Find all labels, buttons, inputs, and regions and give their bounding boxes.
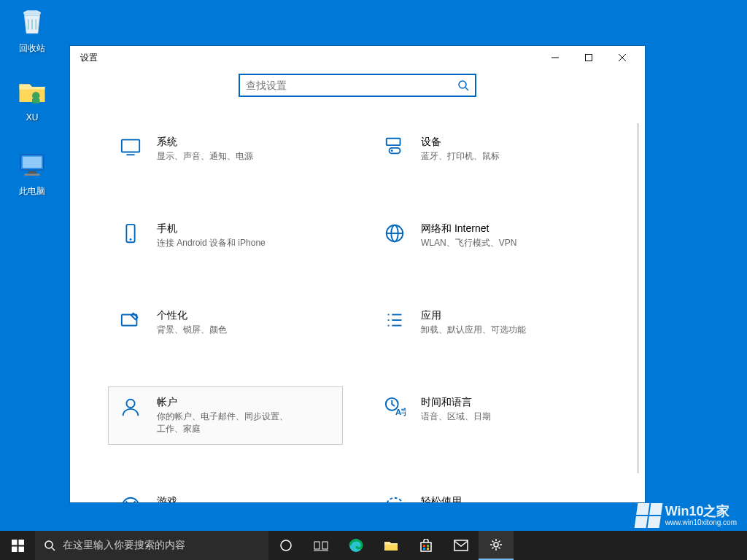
category-desc: 显示、声音、通知、电源 bbox=[157, 150, 253, 163]
category-desc: WLAN、飞行模式、VPN bbox=[421, 237, 516, 249]
category-personalization[interactable]: 个性化背景、锁屏、颜色 bbox=[108, 300, 343, 346]
svg-line-39 bbox=[52, 548, 55, 551]
taskbar: 在这里输入你要搜索的内容 bbox=[0, 531, 747, 560]
titlebar[interactable]: 设置 bbox=[70, 46, 645, 69]
desktop-icon-this-pc[interactable]: 此电脑 bbox=[4, 147, 60, 198]
category-title: 设备 bbox=[421, 136, 500, 149]
category-title: 应用 bbox=[421, 309, 526, 322]
system-tray bbox=[735, 531, 747, 560]
settings-categories: 系统显示、声音、通知、电源 设备蓝牙、打印机、鼠标 手机连接 Android 设… bbox=[70, 126, 645, 502]
phone-icon bbox=[119, 222, 142, 246]
category-desc: 背景、锁屏、颜色 bbox=[157, 324, 227, 336]
svg-rect-5 bbox=[25, 174, 40, 176]
category-title: 个性化 bbox=[157, 309, 227, 322]
time-language-icon: A字 bbox=[383, 396, 406, 419]
taskbar-edge[interactable] bbox=[338, 531, 374, 560]
category-phone[interactable]: 手机连接 Android 设备和 iPhone bbox=[108, 213, 343, 259]
watermark-title: Win10之家 bbox=[665, 505, 737, 519]
svg-point-40 bbox=[281, 540, 291, 551]
settings-search-input[interactable] bbox=[246, 79, 457, 91]
close-button[interactable] bbox=[605, 46, 639, 69]
personalization-icon bbox=[119, 309, 142, 332]
svg-rect-3 bbox=[23, 157, 42, 168]
svg-point-29 bbox=[126, 400, 134, 408]
svg-rect-15 bbox=[390, 148, 400, 154]
svg-rect-12 bbox=[122, 140, 139, 152]
category-accounts[interactable]: 帐户你的帐户、电子邮件、同步设置、工作、家庭 bbox=[108, 386, 343, 445]
svg-rect-41 bbox=[314, 542, 320, 549]
network-icon bbox=[383, 222, 406, 246]
maximize-button[interactable] bbox=[572, 46, 605, 69]
svg-rect-37 bbox=[18, 546, 23, 551]
taskbar-settings[interactable] bbox=[479, 531, 514, 560]
category-ease-of-access[interactable]: 轻松使用讲述人、放大镜、高对比度 bbox=[372, 486, 607, 502]
scrollbar[interactable] bbox=[637, 123, 639, 473]
accounts-icon bbox=[119, 396, 142, 419]
taskbar-search[interactable]: 在这里输入你要搜索的内容 bbox=[35, 531, 268, 560]
svg-rect-36 bbox=[12, 546, 17, 551]
watermark: Win10之家 www.win10xitong.com bbox=[636, 503, 737, 528]
svg-rect-46 bbox=[423, 545, 425, 547]
start-button[interactable] bbox=[0, 531, 35, 560]
taskbar-file-explorer[interactable] bbox=[374, 531, 409, 560]
svg-rect-4 bbox=[28, 171, 36, 174]
desktop-icon-label: 此电脑 bbox=[19, 185, 45, 198]
desktop-icon-recycle-bin[interactable]: 回收站 bbox=[4, 4, 60, 55]
taskbar-task-view[interactable] bbox=[303, 531, 338, 560]
svg-point-51 bbox=[494, 542, 498, 547]
svg-rect-49 bbox=[427, 548, 429, 550]
category-network[interactable]: 网络和 InternetWLAN、飞行模式、VPN bbox=[372, 213, 607, 259]
svg-point-16 bbox=[391, 149, 393, 152]
category-title: 游戏 bbox=[157, 495, 279, 502]
search-icon bbox=[457, 79, 469, 91]
svg-rect-47 bbox=[427, 545, 429, 547]
desktop-icon-label: XU bbox=[26, 112, 39, 122]
tray-chevron[interactable] bbox=[735, 531, 747, 560]
search-icon bbox=[44, 540, 55, 551]
apps-icon bbox=[383, 309, 406, 332]
settings-search[interactable] bbox=[239, 74, 476, 97]
minimize-button[interactable] bbox=[538, 46, 572, 69]
recycle-bin-icon bbox=[15, 4, 50, 39]
category-gaming[interactable]: 游戏游戏栏、截屏、直播、游戏模式 bbox=[108, 486, 343, 502]
svg-rect-22 bbox=[122, 315, 137, 326]
desktop-icon-folder-xu[interactable]: XU bbox=[4, 74, 60, 122]
category-desc: 蓝牙、打印机、鼠标 bbox=[421, 150, 500, 163]
taskbar-cortana[interactable] bbox=[268, 531, 303, 560]
windows-logo-icon bbox=[634, 503, 662, 528]
svg-rect-42 bbox=[322, 542, 328, 549]
ease-of-access-icon bbox=[383, 495, 406, 502]
category-title: 帐户 bbox=[157, 396, 288, 409]
category-devices[interactable]: 设备蓝牙、打印机、鼠标 bbox=[372, 126, 607, 172]
svg-rect-1 bbox=[32, 98, 40, 104]
category-title: 网络和 Internet bbox=[421, 222, 516, 236]
svg-line-11 bbox=[465, 88, 468, 90]
category-title: 时间和语言 bbox=[421, 396, 491, 409]
devices-icon bbox=[383, 136, 406, 159]
svg-point-10 bbox=[459, 81, 466, 88]
svg-rect-34 bbox=[12, 540, 17, 545]
svg-rect-14 bbox=[387, 139, 400, 145]
taskbar-mail[interactable] bbox=[444, 531, 479, 560]
category-system[interactable]: 系统显示、声音、通知、电源 bbox=[108, 126, 343, 172]
category-desc: 你的帐户、电子邮件、同步设置、工作、家庭 bbox=[157, 411, 288, 435]
svg-rect-45 bbox=[421, 542, 431, 551]
svg-rect-35 bbox=[18, 540, 23, 545]
taskbar-store[interactable] bbox=[409, 531, 444, 560]
category-title: 轻松使用 bbox=[421, 495, 526, 502]
svg-point-33 bbox=[387, 498, 403, 502]
svg-rect-48 bbox=[423, 548, 425, 550]
desktop: 回收站 XU 此电脑 设置 bbox=[0, 0, 747, 560]
this-pc-icon bbox=[15, 147, 50, 182]
category-apps[interactable]: 应用卸载、默认应用、可选功能 bbox=[372, 300, 607, 346]
category-desc: 卸载、默认应用、可选功能 bbox=[421, 324, 526, 336]
watermark-url: www.win10xitong.com bbox=[665, 518, 737, 526]
svg-point-38 bbox=[45, 541, 53, 548]
folder-icon bbox=[15, 74, 50, 109]
category-time-language[interactable]: A字 时间和语言语音、区域、日期 bbox=[372, 386, 607, 445]
svg-text:A字: A字 bbox=[395, 408, 406, 416]
svg-point-18 bbox=[130, 238, 132, 241]
svg-point-32 bbox=[123, 498, 139, 502]
svg-rect-7 bbox=[586, 55, 592, 61]
svg-rect-50 bbox=[454, 540, 468, 551]
